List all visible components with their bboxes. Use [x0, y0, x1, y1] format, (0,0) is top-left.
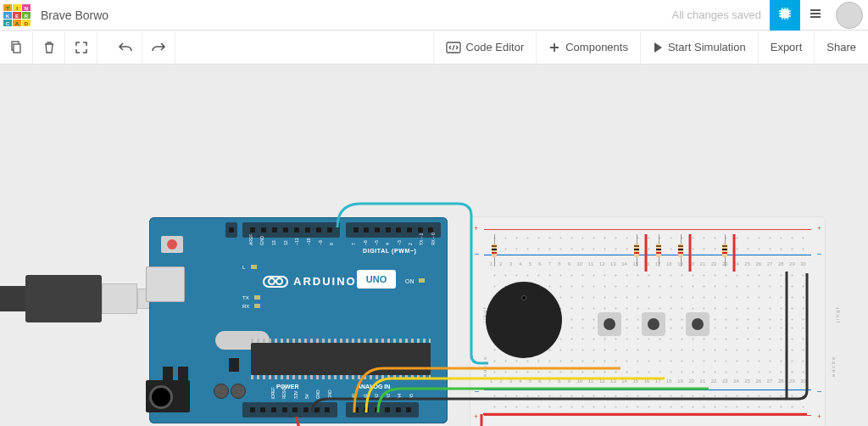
- code-editor-button[interactable]: Code Editor: [433, 31, 537, 64]
- arduino-header-digital-left[interactable]: [242, 222, 340, 238]
- svg-rect-19: [810, 9, 821, 11]
- arduino-regulator: [163, 367, 173, 380]
- svg-text:R: R: [25, 13, 29, 18]
- arduino-capacitor: [214, 384, 229, 399]
- svg-text:D: D: [25, 20, 29, 25]
- resistor-2[interactable]: [634, 238, 639, 263]
- bb-power-rail-bot[interactable]: [489, 390, 806, 412]
- bb-column-numbers: 1234567891011121314151617181920212223242…: [489, 378, 806, 384]
- arduino-rx-label: RX: [242, 304, 249, 309]
- svg-rect-23: [14, 44, 20, 53]
- arduino-rx-led: [254, 304, 260, 308]
- fit-icon: [75, 41, 88, 54]
- share-label: Share: [826, 41, 856, 53]
- svg-rect-21: [810, 16, 821, 18]
- svg-text:N: N: [25, 5, 28, 10]
- arduino-smd-chip: [229, 358, 239, 372]
- bb-row-labels-top-right: j i h g f: [835, 307, 840, 322]
- resistor-4[interactable]: [678, 238, 683, 263]
- breadboard[interactable]: + + + + – – – – 123456789101112131415161…: [470, 217, 825, 426]
- bb-plus-icon: +: [817, 412, 821, 421]
- bb-minus-icon: –: [475, 387, 479, 395]
- tab-schematic-view[interactable]: [800, 0, 831, 31]
- arduino-pin-labels-digital-right: 7~6~54~32TX→1RX←0: [346, 239, 441, 244]
- piezo-buzzer[interactable]: [486, 282, 562, 358]
- arduino-header-power[interactable]: [242, 402, 337, 418]
- bb-rail-bot-plus: [484, 415, 811, 416]
- arduino-section-digital: DIGITAL (PWM~): [363, 248, 417, 254]
- zoom-fit-button[interactable]: [65, 31, 97, 64]
- components-button[interactable]: Components: [536, 31, 640, 64]
- arduino-reset-button[interactable]: [161, 236, 183, 253]
- tab-circuit-view[interactable]: [770, 0, 800, 31]
- components-label: Components: [565, 41, 628, 53]
- arduino-pin-labels-analog: A0A1A2A3A4A5: [346, 393, 419, 398]
- svg-text:C: C: [6, 20, 10, 25]
- arduino-brand: ARDUINO: [263, 275, 357, 288]
- bb-power-rail-top[interactable]: [489, 233, 806, 255]
- toolbar: Code Editor Components Start Simulation …: [0, 31, 868, 64]
- svg-text:T: T: [6, 5, 9, 10]
- topbar: T I N K E R C A D Brave Borwo All change…: [0, 0, 868, 31]
- pushbutton-3[interactable]: [686, 312, 709, 336]
- bb-minus-icon: –: [817, 387, 821, 395]
- arduino-header-icsp[interactable]: [225, 222, 237, 238]
- resistor-3[interactable]: [656, 238, 661, 263]
- arduino-header-digital-right[interactable]: [346, 222, 441, 238]
- play-icon: [653, 42, 663, 53]
- svg-text:E: E: [15, 13, 19, 18]
- usb-plug[interactable]: [25, 275, 102, 322]
- circuit-canvas[interactable]: AREFGND1312~11~10~98 7~6~54~32TX→1RX←0 I…: [0, 64, 868, 426]
- svg-rect-20: [810, 13, 821, 14]
- redo-icon: [151, 42, 166, 53]
- arduino-pin-labels-power: IOREFRESET3.3V5VGNDGND: [242, 393, 337, 398]
- bb-rail-top-minus: [484, 255, 811, 255]
- arduino-header-analog[interactable]: [346, 402, 419, 418]
- start-simulation-button[interactable]: Start Simulation: [640, 31, 758, 64]
- arduino-section-analog: ANALOG IN: [357, 384, 390, 390]
- svg-text:K: K: [6, 13, 10, 18]
- pushbutton-1[interactable]: [598, 312, 621, 336]
- arduino-capacitor: [231, 384, 246, 399]
- redo-button[interactable]: [142, 31, 175, 64]
- save-status: All changes saved: [671, 8, 761, 21]
- bb-rail-top-plus: [484, 229, 811, 230]
- chip-icon: [777, 6, 793, 24]
- bb-plus-icon: +: [474, 412, 478, 421]
- undo-button[interactable]: [109, 31, 142, 64]
- share-button[interactable]: Share: [814, 31, 868, 64]
- arduino-uno[interactable]: AREFGND1312~11~10~98 7~6~54~32TX→1RX←0 I…: [149, 217, 448, 423]
- resistor-1[interactable]: [492, 238, 497, 263]
- arduino-barrel-jack: [146, 380, 190, 412]
- user-avatar[interactable]: [836, 2, 863, 29]
- bb-row-labels-bot-left: e d c b a: [482, 357, 487, 377]
- arduino-pin-labels-digital-left: AREFGND1312~11~10~98: [242, 239, 340, 244]
- usb-cable[interactable]: [0, 286, 25, 311]
- view-tabs: [770, 0, 831, 31]
- arduino-atmega-chip: [251, 343, 431, 375]
- export-button[interactable]: Export: [758, 31, 815, 64]
- arduino-tx-led: [254, 295, 260, 300]
- undo-icon: [118, 42, 133, 53]
- trash-icon: [42, 41, 56, 54]
- copy-button[interactable]: [0, 31, 33, 64]
- arduino-l-label: L: [242, 265, 245, 270]
- bb-column-numbers: 1234567891011121314151617181920212223242…: [489, 261, 806, 266]
- bb-minus-icon: –: [475, 249, 479, 258]
- project-title[interactable]: Brave Borwo: [36, 8, 108, 22]
- code-icon: [446, 42, 461, 53]
- arduino-infinity-icon: [263, 276, 288, 288]
- list-icon: [808, 6, 823, 24]
- svg-text:A: A: [15, 20, 19, 25]
- arduino-on-label: ON: [405, 278, 415, 284]
- bb-minus-icon: –: [817, 249, 821, 258]
- tinkercad-logo[interactable]: T I N K E R C A D: [0, 0, 36, 31]
- resistor-5[interactable]: [722, 238, 727, 263]
- delete-button[interactable]: [33, 31, 65, 64]
- arduino-l-led: [251, 265, 257, 269]
- start-simulation-label: Start Simulation: [668, 41, 746, 53]
- pushbutton-2[interactable]: [642, 312, 665, 336]
- bb-plus-icon: +: [474, 224, 478, 233]
- bb-row-labels-bot-right: e d c b a: [831, 357, 836, 377]
- arduino-section-power: POWER: [276, 384, 298, 390]
